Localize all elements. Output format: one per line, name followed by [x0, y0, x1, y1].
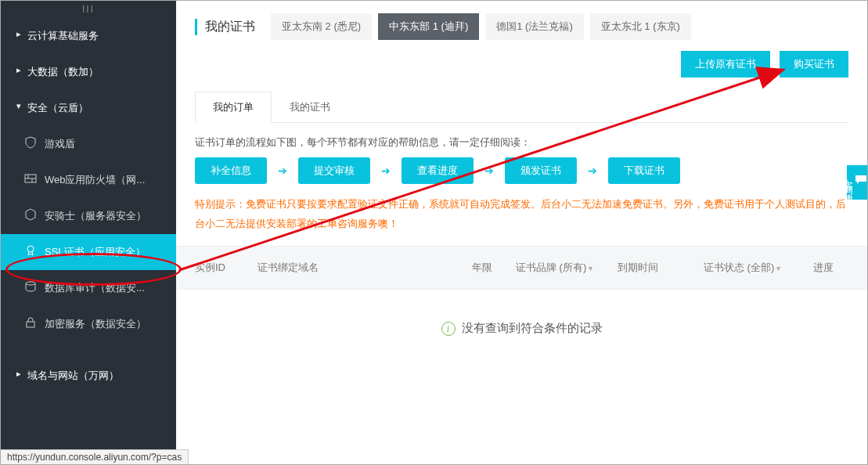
sidebar-item-label: 安骑士（服务器安全） — [45, 210, 146, 222]
region-tabs: 我的证书 亚太东南 2 (悉尼) 中东东部 1 (迪拜) 德国1 (法兰克福) … — [176, 1, 867, 40]
region-tab-label: 亚太东北 1 (东京) — [601, 20, 680, 32]
hex-icon — [24, 208, 37, 221]
th-expire: 到期时间 — [618, 261, 704, 275]
sidebar-item-label: SSL证书（应用安全） — [45, 246, 146, 258]
main-content: 我的证书 亚太东南 2 (悉尼) 中东东部 1 (迪拜) 德国1 (法兰克福) … — [176, 1, 867, 464]
sidebar-group-bigdata[interactable]: 大数据（数加） — [1, 54, 176, 90]
sidebar-item-ssl[interactable]: SSL证书（应用安全） — [1, 234, 176, 270]
svg-point-5 — [27, 246, 34, 252]
bubble-icon — [855, 173, 867, 187]
region-tab-sydney[interactable]: 亚太东南 2 (悉尼) — [271, 13, 372, 40]
feedback-label: 咨询·建议 — [842, 173, 854, 192]
sub-tabs: 我的订单 我的证书 — [195, 92, 848, 123]
action-row: 上传原有证书 购买证书 — [176, 40, 867, 78]
th-year: 年限 — [438, 261, 492, 275]
flow-step-label: 补全信息 — [211, 164, 251, 176]
sidebar-item-dbaudit[interactable]: 数据库审计（数据安... — [1, 270, 176, 306]
flow-step-download-cert[interactable]: 下载证书 — [608, 157, 680, 184]
shield-icon — [24, 136, 37, 149]
flow-step-view-progress[interactable]: 查看进度 — [402, 157, 474, 184]
sidebar: III 云计算基础服务 大数据（数加） 安全（云盾） 游戏盾 Web应用防火墙（… — [1, 1, 176, 464]
region-tab-label: 亚太东南 2 (悉尼) — [282, 20, 361, 32]
sidebar-collapse-toggle[interactable]: III — [1, 1, 176, 18]
sidebar-group-label: 安全（云盾） — [27, 102, 88, 114]
info-icon: i — [441, 322, 456, 336]
flow-step-issue-cert[interactable]: 颁发证书 — [505, 157, 577, 184]
help-text: 证书订单的流程如下图，每个环节都有对应的帮助信息，请一定仔细阅读： — [176, 123, 867, 157]
region-tab-frankfurt[interactable]: 德国1 (法兰克福) — [485, 13, 584, 40]
table-header: 实例ID 证书绑定域名 年限 证书品牌 (所有) 到期时间 证书状态 (全部) … — [176, 246, 867, 290]
sidebar-item-waf[interactable]: Web应用防火墙（网... — [1, 162, 176, 198]
tab-my-certs[interactable]: 我的证书 — [272, 92, 348, 122]
th-brand-dropdown[interactable]: 证书品牌 (所有) — [492, 261, 618, 275]
empty-text: 没有查询到符合条件的记录 — [462, 321, 603, 334]
region-tab-label: 中东东部 1 (迪拜) — [389, 20, 468, 32]
buy-cert-button[interactable]: 购买证书 — [780, 51, 848, 78]
sidebar-item-label: Web应用防火墙（网... — [45, 174, 145, 186]
empty-state: i没有查询到符合条件的记录 — [176, 290, 867, 367]
page-title: 我的证书 — [195, 19, 255, 35]
upload-cert-button[interactable]: 上传原有证书 — [681, 51, 770, 78]
region-tab-tokyo[interactable]: 亚太东北 1 (东京) — [590, 13, 691, 40]
sub-tab-label: 我的订单 — [213, 101, 254, 113]
sidebar-group-label: 域名与网站（万网） — [27, 369, 119, 381]
flow-steps: 补全信息 ➔ 提交审核 ➔ 查看进度 ➔ 颁发证书 ➔ 下载证书 — [176, 157, 867, 195]
sidebar-item-label: 加密服务（数据安全） — [45, 318, 146, 330]
feedback-tab[interactable]: 咨询·建议 — [847, 165, 867, 200]
db-icon — [24, 280, 37, 293]
arrow-icon: ➔ — [376, 164, 395, 177]
sidebar-group-security[interactable]: 安全（云盾） — [1, 90, 176, 126]
status-bar-url: https://yundun.console.aliyun.com/?p=cas — [1, 449, 189, 464]
flow-step-complete-info[interactable]: 补全信息 — [195, 157, 267, 184]
th-domain: 证书绑定域名 — [258, 261, 438, 275]
cert-icon — [24, 244, 37, 257]
arrow-icon: ➔ — [480, 164, 499, 177]
wall-icon — [24, 172, 37, 185]
tab-my-orders[interactable]: 我的订单 — [195, 92, 272, 123]
arrow-icon: ➔ — [583, 164, 602, 177]
sidebar-item-label: 游戏盾 — [45, 138, 75, 150]
sidebar-item-encrypt[interactable]: 加密服务（数据安全） — [1, 306, 176, 342]
flow-step-label: 下载证书 — [624, 164, 665, 176]
flow-step-label: 颁发证书 — [520, 164, 561, 176]
sidebar-item-gameshield[interactable]: 游戏盾 — [1, 126, 176, 162]
sidebar-group-domain[interactable]: 域名与网站（万网） — [1, 358, 176, 394]
warning-text: 特别提示：免费证书只要按要求配置验证文件正确，系统就可自动完成签发。后台小二无法… — [176, 195, 867, 246]
sidebar-item-anqishi[interactable]: 安骑士（服务器安全） — [1, 198, 176, 234]
flow-step-label: 提交审核 — [314, 164, 355, 176]
th-instance-id: 实例ID — [195, 261, 258, 275]
sidebar-group-compute[interactable]: 云计算基础服务 — [1, 18, 176, 54]
svg-marker-4 — [26, 209, 35, 220]
sidebar-group-label: 云计算基础服务 — [27, 30, 99, 41]
flow-step-label: 查看进度 — [417, 164, 458, 176]
sub-tab-label: 我的证书 — [290, 101, 330, 113]
th-status-dropdown[interactable]: 证书状态 (全部) — [704, 261, 813, 275]
svg-point-6 — [26, 282, 35, 285]
sidebar-item-label: 数据库审计（数据安... — [45, 282, 145, 294]
lock-icon — [24, 316, 37, 329]
svg-rect-7 — [27, 322, 34, 327]
flow-step-submit-review[interactable]: 提交审核 — [298, 157, 370, 184]
arrow-icon: ➔ — [273, 164, 292, 177]
region-tab-dubai[interactable]: 中东东部 1 (迪拜) — [378, 13, 479, 40]
region-tab-label: 德国1 (法兰克福) — [496, 20, 573, 32]
sidebar-group-label: 大数据（数加） — [27, 66, 99, 78]
th-progress: 进度 — [813, 261, 845, 275]
